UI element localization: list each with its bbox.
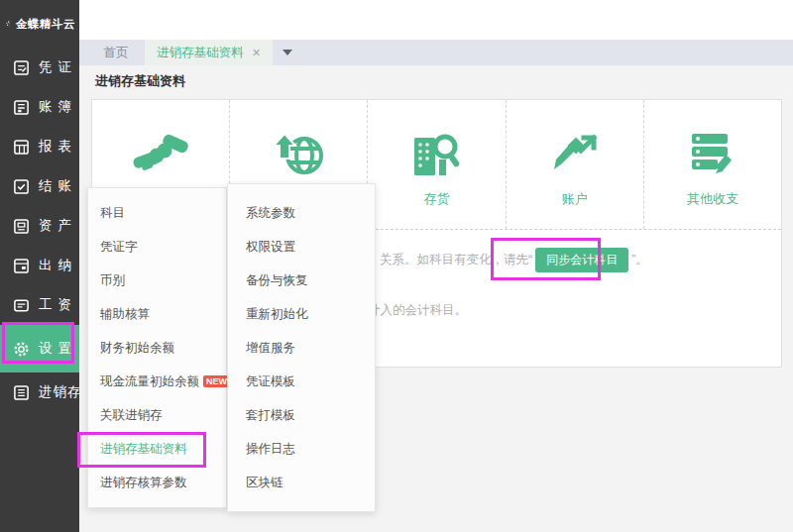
sidebar-item-label: 账簿 <box>39 98 77 116</box>
sidebar-item-closing[interactable]: 结账 <box>0 166 79 206</box>
sidebar-item-label: 资产 <box>39 217 77 235</box>
menu-item-permissions[interactable]: 权限设置 <box>228 230 375 264</box>
sidebar-item-settings[interactable]: 设置 <box>0 325 79 372</box>
category-tile-inventory[interactable]: 存货 <box>368 100 506 229</box>
settings-menu-left: 科目 凭证字 币别 辅助核算 财务初始余额 现金流量初始余额 NEW 关联进销存… <box>87 187 227 508</box>
new-badge: NEW <box>203 375 230 388</box>
menu-item-voucher-word[interactable]: 凭证字 <box>88 230 226 264</box>
menu-item-blockchain[interactable]: 区块链 <box>228 466 375 499</box>
sidebar-item-label: 报表 <box>39 138 77 156</box>
menu-item-label: 现金流量初始余额 <box>100 373 199 390</box>
sidebar-item-asset[interactable]: 资产 <box>0 206 79 246</box>
tab-inventory-basic-data[interactable]: 进销存基础资料 × <box>145 40 273 65</box>
ledger-icon <box>13 99 30 116</box>
transfer-arrows-icon <box>548 130 602 177</box>
menu-item-inventory-basic-data[interactable]: 进销存基础资料 <box>88 432 226 466</box>
menu-item-value-added-services[interactable]: 增值服务 <box>228 331 375 365</box>
sync-accounting-subjects-button[interactable]: 同步会计科目 <box>535 248 628 272</box>
category-tile-accounts[interactable]: 账户 <box>507 100 644 229</box>
sidebar-item-label: 凭证 <box>39 58 77 76</box>
sidebar-item-report[interactable]: 报表 <box>0 127 79 166</box>
cashier-icon <box>13 258 30 274</box>
chevron-down-icon <box>283 50 292 55</box>
sidebar-item-voucher[interactable]: 凭证 <box>0 48 79 87</box>
sidebar: 金蝶精斗云 凭证 账簿 报表 结账 资产 出纳 工资 <box>0 0 79 532</box>
menu-item-inventory-accounting-params[interactable]: 进销存核算参数 <box>88 466 226 499</box>
sidebar-item-label: 结账 <box>39 177 77 195</box>
sync-hint-line: 关系。如科目有变化，请先“ 同步会计科目 ”。 <box>380 248 648 272</box>
category-label: 其他收支 <box>687 190 738 205</box>
closing-icon <box>13 178 30 195</box>
menu-item-cashflow-initial-balance[interactable]: 现金流量初始余额 NEW <box>88 365 226 398</box>
sidebar-item-label: 出纳 <box>39 257 77 274</box>
sidebar-item-label: 进销存 <box>39 383 82 401</box>
menu-item-backup-restore[interactable]: 备份与恢复 <box>228 264 375 297</box>
app-window: 首页 进销存基础资料 × 进销存基础资料 <box>0 0 793 532</box>
sidebar-item-cashier[interactable]: 出纳 <box>0 246 79 285</box>
category-tile-other[interactable]: 其他收支 <box>644 100 781 229</box>
payroll-icon <box>13 297 30 314</box>
menu-item-auxiliary-accounting[interactable]: 辅助核算 <box>88 297 226 331</box>
category-label: 存货 <box>424 190 450 205</box>
menu-item-reinitialize[interactable]: 重新初始化 <box>228 297 375 331</box>
menu-item-print-template[interactable]: 套打模板 <box>228 398 375 432</box>
menu-item-operation-log[interactable]: 操作日志 <box>228 432 375 466</box>
tab-list-dropdown-button[interactable] <box>273 40 302 65</box>
app-logo: 金蝶精斗云 <box>0 0 79 48</box>
page-title: 进销存基础资料 <box>95 72 185 90</box>
tab-home[interactable]: 首页 <box>87 40 145 65</box>
inventory-search-icon <box>410 130 464 177</box>
menu-item-currency[interactable]: 币别 <box>88 264 226 297</box>
records-edit-icon <box>686 130 739 177</box>
settings-gear-icon <box>13 341 30 358</box>
globe-upload-icon <box>270 130 327 177</box>
top-header-bar <box>79 0 793 40</box>
sync-hint-prefix: 关系。如科目有变化，请先“ <box>380 252 532 268</box>
menu-item-system-params[interactable]: 系统参数 <box>228 196 375 230</box>
asset-icon <box>13 218 30 235</box>
sidebar-item-payroll[interactable]: 工资 <box>0 285 79 325</box>
tab-bar: 首页 进销存基础资料 × <box>79 40 793 65</box>
inventory-module-icon <box>13 384 30 401</box>
menu-item-link-inventory[interactable]: 关联进销存 <box>88 398 226 432</box>
sidebar-item-label: 设置 <box>39 340 77 358</box>
close-icon[interactable]: × <box>253 46 261 59</box>
voucher-icon <box>13 59 30 76</box>
category-label: 账户 <box>562 190 588 205</box>
tab-home-label: 首页 <box>104 45 129 61</box>
handshake-icon <box>132 131 189 176</box>
sidebar-item-label: 工资 <box>39 296 77 314</box>
account-mapping-hint-line: 计入的会计科目。 <box>368 302 467 319</box>
app-logo-text: 金蝶精斗云 <box>16 17 75 32</box>
sidebar-item-ledger[interactable]: 账簿 <box>0 87 79 127</box>
menu-item-subjects[interactable]: 科目 <box>88 196 226 230</box>
report-icon <box>13 139 30 156</box>
tab-active-label: 进销存基础资料 <box>157 45 244 61</box>
menu-item-voucher-template[interactable]: 凭证模板 <box>228 365 375 398</box>
settings-menu-right: 系统参数 权限设置 备份与恢复 重新初始化 增值服务 凭证模板 套打模板 操作日… <box>227 183 376 512</box>
menu-item-initial-balance[interactable]: 财务初始余额 <box>88 331 226 365</box>
sync-hint-suffix: ”。 <box>631 252 648 268</box>
logo-dots-icon <box>6 10 11 38</box>
sidebar-item-inventory[interactable]: 进销存 <box>0 372 79 412</box>
